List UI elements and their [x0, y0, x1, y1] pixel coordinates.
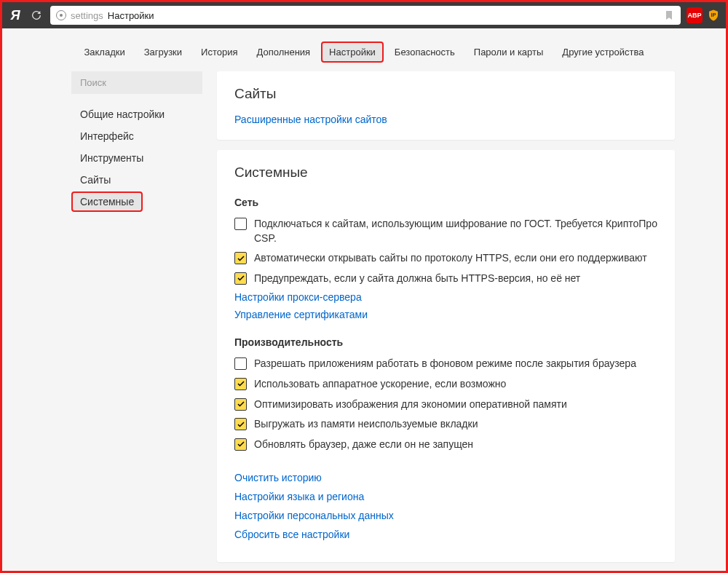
checkbox-label: Выгружать из памяти неиспользуемые вклад… [254, 417, 478, 432]
tab-passwords[interactable]: Пароли и карты [466, 42, 552, 63]
sites-card-title: Сайты [234, 86, 657, 102]
sidebar-search[interactable]: Поиск [71, 71, 202, 94]
address-bar[interactable]: settings Настройки [50, 6, 681, 25]
checkbox-label: Разрешать приложениям работать в фоновом… [254, 357, 636, 371]
bottom-links: Очистить историю Настройки языка и регио… [234, 472, 657, 540]
tab-history[interactable]: История [193, 42, 245, 63]
sidebar-item-interface[interactable]: Интерфейс [71, 126, 202, 146]
language-region-link[interactable]: Настройки языка и региона [234, 491, 657, 502]
checkbox-icon[interactable] [234, 418, 247, 430]
abp-extension-icon[interactable]: ABP [687, 7, 703, 23]
checkbox-https-auto[interactable]: Автоматически открывать сайты по протоко… [234, 251, 657, 266]
certificates-link[interactable]: Управление сертификатами [234, 309, 657, 320]
sidebar: Поиск Общие настройки Интерфейс Инструме… [71, 71, 202, 571]
checkbox-label: Оптимизировать изображения для экономии … [254, 398, 567, 412]
browser-toolbar: Я settings Настройки ABP IP [2, 2, 726, 28]
svg-text:IP: IP [711, 12, 716, 18]
checkbox-label: Использовать аппаратное ускорение, если … [254, 377, 506, 392]
checkbox-icon[interactable] [234, 378, 247, 390]
checkbox-hardware[interactable]: Использовать аппаратное ускорение, если … [234, 377, 657, 392]
tab-bookmarks[interactable]: Закладки [76, 42, 132, 63]
main-layout: Поиск Общие настройки Интерфейс Инструме… [2, 71, 726, 571]
bookmark-button[interactable] [663, 9, 675, 21]
window-frame: Я settings Настройки ABP IP Закладки Заг… [0, 0, 728, 573]
checkbox-https-warn[interactable]: Предупреждать, если у сайта должна быть … [234, 272, 657, 286]
sidebar-item-system[interactable]: Системные [71, 191, 143, 212]
checkbox-icon[interactable] [234, 252, 247, 264]
reload-button[interactable] [28, 7, 44, 23]
checkbox-label: Предупреждать, если у сайта должна быть … [254, 272, 580, 286]
checkbox-icon[interactable] [234, 272, 247, 285]
content-area: Сайты Расширенные настройки сайтов Систе… [217, 71, 675, 571]
reset-settings-link[interactable]: Сбросить все настройки [234, 529, 657, 540]
checkbox-gost[interactable]: Подключаться к сайтам, использующим шифр… [234, 217, 657, 245]
system-card: Системные Сеть Подключаться к сайтам, ис… [217, 150, 675, 562]
reload-icon [31, 9, 42, 21]
site-icon [56, 10, 66, 20]
checkbox-background[interactable]: Разрешать приложениям работать в фоновом… [234, 357, 657, 371]
sites-card: Сайты Расширенные настройки сайтов [217, 71, 675, 140]
bookmark-icon [663, 9, 675, 21]
tab-downloads[interactable]: Загрузки [136, 42, 190, 63]
extension-icons: ABP IP [687, 7, 720, 23]
clear-history-link[interactable]: Очистить историю [234, 472, 657, 483]
tab-addons[interactable]: Дополнения [248, 42, 318, 63]
sidebar-item-general[interactable]: Общие настройки [71, 104, 202, 125]
system-card-title: Системные [234, 165, 657, 181]
checkbox-label: Обновлять браузер, даже если он не запущ… [254, 438, 473, 452]
tab-settings[interactable]: Настройки [321, 42, 384, 63]
advanced-sites-link[interactable]: Расширенные настройки сайтов [234, 114, 657, 125]
address-prefix: settings [71, 10, 103, 21]
checkbox-label: Автоматически открывать сайты по протоко… [254, 251, 647, 266]
checkbox-icon[interactable] [234, 438, 247, 451]
shield-extension-icon[interactable]: IP [707, 8, 720, 23]
proxy-settings-link[interactable]: Настройки прокси-сервера [234, 291, 657, 303]
top-tabs: Закладки Загрузки История Дополнения Нас… [2, 28, 726, 71]
checkbox-unload-tabs[interactable]: Выгружать из памяти неиспользуемые вклад… [234, 417, 657, 432]
personal-data-link[interactable]: Настройки персональных данных [234, 510, 657, 521]
checkbox-update[interactable]: Обновлять браузер, даже если он не запущ… [234, 438, 657, 452]
yandex-logo[interactable]: Я [8, 8, 23, 23]
settings-page: Закладки Загрузки История Дополнения Нас… [2, 28, 726, 571]
checkbox-images[interactable]: Оптимизировать изображения для экономии … [234, 398, 657, 412]
address-text: Настройки [108, 10, 154, 21]
checkbox-icon[interactable] [234, 357, 247, 370]
sidebar-item-tools[interactable]: Инструменты [71, 148, 202, 168]
checkbox-label: Подключаться к сайтам, использующим шифр… [254, 217, 657, 245]
checkbox-icon[interactable] [234, 398, 247, 411]
network-heading: Сеть [234, 197, 657, 208]
performance-heading: Производительность [234, 336, 657, 348]
checkbox-icon[interactable] [234, 218, 247, 230]
sidebar-item-sites[interactable]: Сайты [71, 170, 202, 190]
tab-devices[interactable]: Другие устройства [554, 42, 652, 63]
tab-security[interactable]: Безопасность [387, 42, 463, 63]
